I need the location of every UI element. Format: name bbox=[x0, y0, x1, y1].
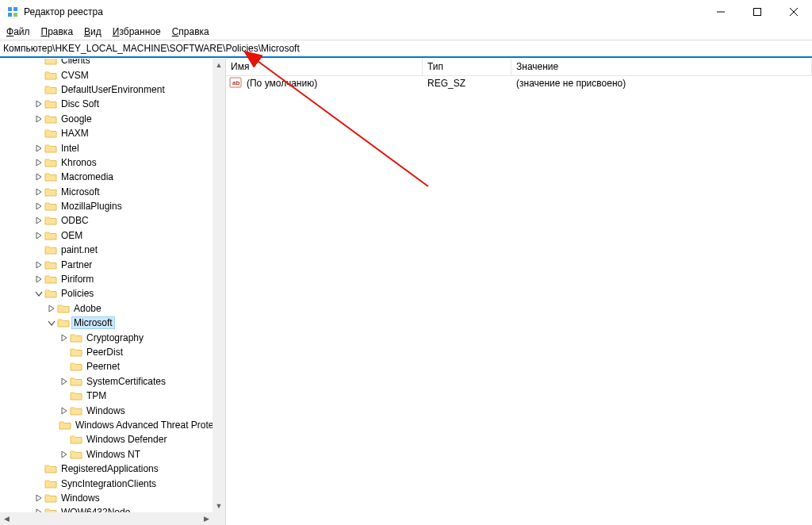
folder-icon bbox=[44, 127, 57, 140]
tree-node-label: PeerDist bbox=[84, 346, 125, 358]
expand-icon[interactable] bbox=[33, 188, 44, 196]
tree-node[interactable]: Cryptography bbox=[0, 330, 213, 344]
folder-icon bbox=[70, 375, 82, 388]
expand-icon[interactable] bbox=[33, 494, 44, 502]
expand-icon[interactable] bbox=[33, 202, 44, 210]
tree-node[interactable]: Piriform bbox=[0, 272, 213, 286]
tree-node[interactable]: Intel bbox=[0, 140, 213, 155]
tree-pane: ClientsCVSMDefaultUserEnvironmentDisc So… bbox=[0, 59, 226, 525]
maximize-button[interactable] bbox=[739, 0, 776, 24]
address-path: Компьютер\HKEY_LOCAL_MACHINE\SOFTWARE\Po… bbox=[3, 43, 300, 54]
expand-icon[interactable] bbox=[59, 407, 70, 415]
expand-icon[interactable] bbox=[33, 217, 44, 224]
tree-node-label: SyncIntegrationClients bbox=[59, 477, 159, 490]
column-type[interactable]: Тип bbox=[423, 59, 511, 75]
tree-node[interactable]: Khronos bbox=[0, 155, 213, 170]
folder-icon bbox=[57, 316, 70, 329]
expand-icon[interactable] bbox=[59, 377, 70, 385]
tree-node-label: WOW6432Node bbox=[59, 506, 132, 512]
tree-node[interactable]: Google bbox=[0, 112, 213, 126]
scroll-up-icon[interactable]: ▲ bbox=[213, 59, 225, 71]
tree-horizontal-scrollbar[interactable]: ◀ ▶ bbox=[0, 512, 213, 525]
tree-node[interactable]: Adobe bbox=[0, 301, 213, 316]
tree-node[interactable]: WOW6432Node bbox=[0, 505, 213, 512]
values-pane: Имя Тип Значение ab (По умолчанию) REG_S… bbox=[226, 59, 812, 525]
tree-vertical-scrollbar[interactable]: ▲ ▼ bbox=[213, 59, 225, 512]
tree-node[interactable]: Windows NT bbox=[0, 447, 213, 462]
tree-node[interactable]: MozillaPlugins bbox=[0, 199, 213, 213]
tree-node[interactable]: Microsoft bbox=[0, 185, 213, 199]
expand-icon[interactable] bbox=[33, 173, 44, 181]
folder-icon bbox=[44, 287, 57, 300]
menu-help[interactable]: Справка bbox=[172, 26, 209, 37]
close-button[interactable] bbox=[776, 0, 812, 24]
folder-icon bbox=[44, 59, 57, 67]
expand-icon[interactable] bbox=[33, 144, 44, 152]
tree-node-label: Windows bbox=[84, 404, 128, 417]
folder-icon bbox=[44, 69, 57, 82]
folder-icon bbox=[70, 448, 82, 461]
expand-icon[interactable] bbox=[33, 232, 44, 240]
tree-node[interactable]: Partner bbox=[0, 257, 213, 271]
tree-node[interactable]: ODBC bbox=[0, 213, 213, 228]
tree-node[interactable]: paint.net bbox=[0, 243, 213, 257]
tree-node[interactable]: Clients bbox=[0, 59, 213, 67]
tree-node[interactable]: Windows Defender bbox=[0, 432, 213, 446]
menu-file[interactable]: Файл bbox=[6, 26, 30, 37]
tree-node[interactable]: SyncIntegrationClients bbox=[0, 476, 213, 490]
column-value[interactable]: Значение bbox=[511, 59, 812, 75]
folder-icon bbox=[44, 506, 57, 512]
tree-node[interactable]: RegisteredApplications bbox=[0, 462, 213, 476]
scroll-down-icon[interactable]: ▼ bbox=[213, 500, 225, 512]
collapse-icon[interactable] bbox=[46, 319, 57, 327]
tree-node[interactable]: HAXM bbox=[0, 126, 213, 140]
tree-node[interactable]: Microsoft bbox=[0, 316, 213, 330]
tree-node[interactable]: PeerDist bbox=[0, 345, 213, 359]
tree-node-label: SystemCertificates bbox=[84, 375, 168, 388]
expand-icon[interactable] bbox=[33, 261, 44, 269]
tree-node[interactable]: Macromedia bbox=[0, 170, 213, 184]
menu-view[interactable]: Вид bbox=[84, 26, 102, 37]
svg-text:ab: ab bbox=[232, 79, 239, 86]
expand-icon[interactable] bbox=[33, 115, 44, 123]
tree-node-label: Windows bbox=[59, 492, 102, 504]
collapse-icon[interactable] bbox=[33, 289, 44, 297]
string-value-icon: ab bbox=[229, 76, 242, 91]
tree-node[interactable]: Policies bbox=[0, 286, 213, 301]
tree-node[interactable]: Windows bbox=[0, 403, 213, 417]
value-row[interactable]: ab (По умолчанию) REG_SZ (значение не пр… bbox=[226, 76, 812, 90]
tree-node[interactable]: Windows Advanced Threat Protection bbox=[0, 418, 213, 432]
scroll-right-icon[interactable]: ▶ bbox=[200, 512, 213, 525]
expand-icon[interactable] bbox=[59, 450, 70, 458]
folder-icon bbox=[70, 433, 82, 446]
tree-node[interactable]: CVSM bbox=[0, 67, 213, 82]
address-bar[interactable]: Компьютер\HKEY_LOCAL_MACHINE\SOFTWARE\Po… bbox=[0, 40, 812, 57]
scroll-left-icon[interactable]: ◀ bbox=[0, 512, 13, 525]
expand-icon[interactable] bbox=[33, 100, 44, 108]
expand-icon[interactable] bbox=[33, 275, 44, 283]
expand-icon[interactable] bbox=[33, 159, 44, 167]
expand-icon[interactable] bbox=[46, 305, 57, 312]
tree-node[interactable]: SystemCertificates bbox=[0, 374, 213, 389]
tree-node-label: DefaultUserEnvironment bbox=[59, 83, 167, 96]
folder-icon bbox=[44, 186, 57, 198]
column-name[interactable]: Имя bbox=[226, 59, 423, 75]
tree-node[interactable]: Windows bbox=[0, 491, 213, 505]
tree-node[interactable]: DefaultUserEnvironment bbox=[0, 82, 213, 97]
folder-icon bbox=[59, 419, 71, 431]
menu-edit[interactable]: Правка bbox=[41, 26, 74, 37]
registry-tree[interactable]: ClientsCVSMDefaultUserEnvironmentDisc So… bbox=[0, 59, 213, 512]
menu-favorites[interactable]: Избранное bbox=[113, 26, 161, 37]
tree-node[interactable]: Peernet bbox=[0, 359, 213, 374]
tree-node-label: Google bbox=[59, 113, 94, 125]
regedit-icon bbox=[6, 6, 19, 18]
tree-node[interactable]: TPM bbox=[0, 389, 213, 403]
tree-node-label: Windows NT bbox=[84, 448, 143, 461]
cell-type: REG_SZ bbox=[424, 78, 513, 89]
tree-node-label: Khronos bbox=[59, 156, 99, 169]
minimize-button[interactable] bbox=[703, 0, 739, 24]
svg-rect-1 bbox=[13, 7, 17, 11]
expand-icon[interactable] bbox=[59, 334, 70, 342]
tree-node[interactable]: OEM bbox=[0, 228, 213, 243]
tree-node[interactable]: Disc Soft bbox=[0, 97, 213, 111]
